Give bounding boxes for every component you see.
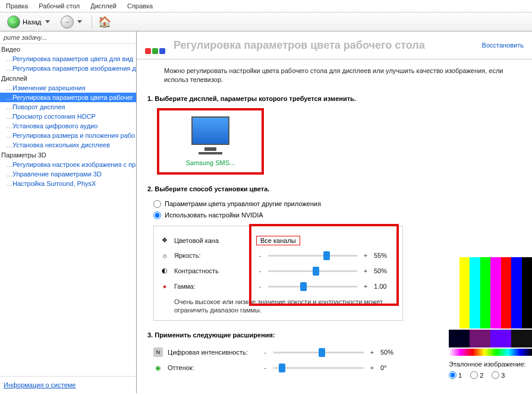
- radio-nvidia[interactable]: [153, 211, 161, 219]
- display-selector[interactable]: Samsung SMS...: [157, 108, 264, 175]
- tree-item[interactable]: …Настройка Surround, PhysX: [0, 179, 136, 188]
- page-header: Регулировка параметров цвета рабочего ст…: [137, 31, 532, 59]
- monitor-label: Samsung SMS...: [166, 159, 254, 166]
- gamma-slider[interactable]: [268, 281, 357, 292]
- tree-item[interactable]: …Установка цифрового аудио: [0, 121, 136, 131]
- reference-label: Эталонное изображение:: [449, 361, 532, 368]
- intensity-label: Цифровая интенсивность:: [168, 349, 257, 356]
- brightness-label: Яркость:: [174, 252, 251, 259]
- contrast-value: 50%: [374, 267, 396, 274]
- contrast-icon: ◐: [160, 266, 169, 276]
- tree-item[interactable]: …Поворот дисплея: [0, 102, 136, 112]
- tree-item[interactable]: …Управление параметрами 3D: [0, 169, 136, 179]
- sidebar: рите задачу... Видео …Регулировка параме…: [0, 31, 137, 393]
- radio-other-apps[interactable]: [153, 200, 161, 208]
- toolbar: ← Назад → 🏠: [0, 12, 532, 31]
- intensity-icon: N: [153, 347, 163, 357]
- radio-label: Параметрами цвета управляют другие прило…: [165, 200, 321, 207]
- back-icon: ←: [7, 15, 20, 29]
- cat-3d: Параметры 3D: [0, 150, 136, 160]
- contrast-slider[interactable]: [268, 266, 357, 276]
- content: Регулировка параметров цвета рабочего ст…: [137, 31, 532, 393]
- channel-dropdown[interactable]: Все каналы: [256, 236, 300, 245]
- back-button[interactable]: ← Назад: [4, 14, 53, 30]
- gamma-icon: ●: [160, 282, 169, 291]
- forward-icon: →: [61, 15, 74, 29]
- tree-item[interactable]: …Регулировка параметров цвета для вид: [0, 54, 136, 64]
- nav-tree: Видео …Регулировка параметров цвета для …: [0, 44, 136, 376]
- menu-edit[interactable]: Правка: [6, 2, 28, 10]
- color-group: ❖ Цветовой кана Все каналы ☼ Яркость: - …: [153, 226, 403, 321]
- chevron-down-icon: [77, 20, 82, 23]
- home-icon[interactable]: 🏠: [98, 15, 111, 29]
- chevron-down-icon: [45, 20, 50, 23]
- monitor-icon: [191, 116, 229, 145]
- separator: [92, 15, 92, 29]
- tree-item[interactable]: …Регулировка настроек изображения с пр: [0, 160, 136, 169]
- ref-radio-1[interactable]: [449, 371, 457, 379]
- back-label: Назад: [23, 18, 42, 26]
- menu-desktop[interactable]: Рабочий стол: [39, 2, 80, 10]
- color-mini: [449, 330, 532, 347]
- menu-help[interactable]: Справка: [127, 2, 153, 10]
- forward-button[interactable]: →: [57, 14, 86, 30]
- tree-item[interactable]: …Просмотр состояния HDCP: [0, 112, 136, 121]
- cat-video: Видео: [0, 44, 136, 54]
- tree-item[interactable]: …Установка нескольких дисплеев: [0, 140, 136, 150]
- tree-item[interactable]: …Изменение разрешения: [0, 83, 136, 93]
- brightness-value: 55%: [374, 252, 396, 259]
- ref-radio-2[interactable]: [470, 371, 478, 379]
- menubar: Правка Рабочий стол Дисплей Справка: [0, 0, 532, 12]
- contrast-label: Контрастность: [174, 267, 251, 274]
- channel-label: Цветовой кана: [174, 237, 251, 244]
- step1-title: 1. Выберите дисплей, параметры которого …: [147, 95, 521, 102]
- color-bars: [449, 257, 532, 328]
- palette-icon: ❖: [160, 236, 169, 245]
- ref-radio-3[interactable]: [492, 371, 499, 379]
- step1: 1. Выберите дисплей, параметры которого …: [137, 93, 532, 183]
- reference-panel: Эталонное изображение: 1 2 3: [449, 257, 532, 379]
- tree-item-selected[interactable]: …Регулировка параметров цвета рабочег: [0, 93, 136, 102]
- gamma-label: Гамма:: [174, 283, 251, 290]
- system-info-link[interactable]: Информация о системе: [0, 376, 136, 393]
- intensity-slider[interactable]: [273, 347, 364, 358]
- gamma-value: 1.00: [374, 283, 396, 290]
- brightness-icon: ☼: [160, 251, 169, 260]
- restore-link[interactable]: Восстановить: [482, 42, 524, 49]
- hue-slider[interactable]: [273, 362, 364, 373]
- page-title: Регулировка параметров цвета рабочего ст…: [174, 39, 482, 52]
- step2-title: 2. Выберите способ установки цвета.: [147, 185, 521, 192]
- radio-label: Использовать настройки NVIDIA: [165, 211, 263, 219]
- brightness-slider[interactable]: [268, 250, 357, 261]
- cat-display: Дисплей: [0, 73, 136, 83]
- reference-radios: 1 2 3: [449, 371, 532, 379]
- gamma-hint: Очень высокое или низкое значение яркост…: [160, 294, 396, 315]
- tree-item[interactable]: …Регулировка размера и положения рабо: [0, 131, 136, 140]
- hue-icon: ◉: [153, 363, 163, 372]
- gradient-bar: [449, 349, 532, 356]
- menu-display[interactable]: Дисплей: [90, 2, 117, 10]
- description: Можно регулировать настройки цвета рабоч…: [137, 59, 532, 93]
- hue-value: 0°: [380, 364, 403, 371]
- header-icon: [145, 36, 168, 54]
- task-header: рите задачу...: [0, 31, 136, 44]
- intensity-value: 50%: [380, 349, 403, 356]
- tree-item[interactable]: …Регулировка параметров изображения д: [0, 64, 136, 73]
- hue-label: Оттенок:: [168, 364, 257, 371]
